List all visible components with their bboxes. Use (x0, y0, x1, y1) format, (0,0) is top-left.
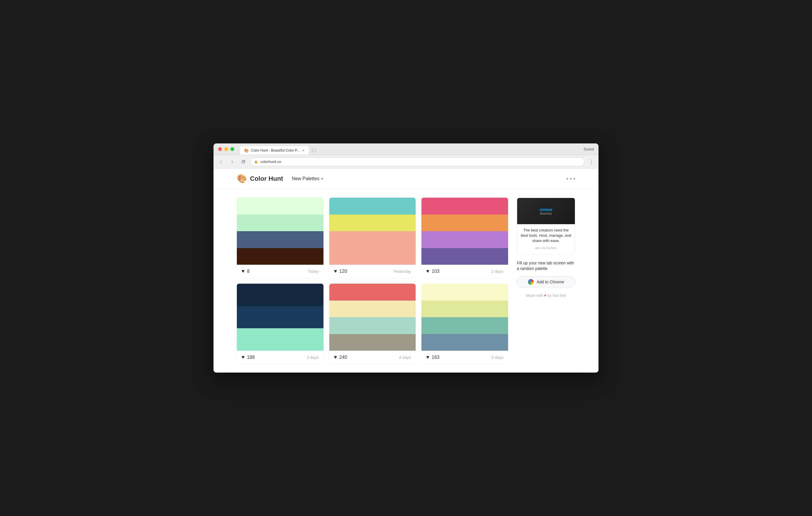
minimize-button[interactable] (224, 147, 228, 151)
address-input[interactable]: 🔒 colorhunt.co (250, 157, 584, 166)
ad-card: vimeo Business The best creators need th… (517, 198, 575, 254)
palette-colors-1 (237, 198, 323, 265)
active-tab[interactable]: 🎨 Color Hunt - Beautiful Color P... × (240, 146, 309, 155)
browser-menu-button[interactable]: ⋮ (587, 157, 595, 166)
likes-count-5: 240 (339, 355, 347, 360)
likes-count-4: 188 (247, 355, 255, 360)
swatch-2-4 (329, 248, 416, 265)
swatch-6-4 (422, 334, 508, 351)
likes-4: ♥ 188 (241, 354, 255, 360)
palette-colors-6 (422, 284, 508, 351)
back-button[interactable] (217, 158, 225, 166)
palette-card-3[interactable]: ♥ 103 2 days (422, 198, 508, 278)
heart-icon-2: ♥ (334, 268, 337, 274)
palette-footer-5: ♥ 240 4 days (329, 351, 416, 364)
heart-icon-footer: ♥ (544, 293, 547, 298)
made-with: Made with ♥ by Gal Shir (517, 293, 575, 298)
chrome-promo-text: Fill up your new tab screen with a rando… (517, 260, 575, 272)
site-logo[interactable]: 🎨 Color Hunt (237, 174, 283, 183)
palette-footer-1: ♥ 8 Today (237, 265, 323, 278)
svg-rect-0 (312, 149, 316, 152)
site-header: 🎨 Color Hunt New Palettes ▾ (213, 169, 599, 189)
add-to-chrome-label: Add to Chrome (536, 280, 564, 284)
time-ago-4: 3 days (307, 355, 319, 360)
swatch-3-3 (422, 231, 508, 248)
swatch-2-3 (329, 231, 416, 248)
time-ago-6: 5 days (491, 355, 503, 360)
forward-button[interactable] (228, 158, 236, 166)
heart-icon-6: ♥ (426, 354, 429, 360)
swatch-5-3 (329, 317, 416, 334)
dot-1 (567, 178, 568, 180)
swatch-4-4 (237, 340, 323, 351)
filter-button[interactable]: New Palettes ▾ (289, 174, 326, 183)
tab-area: 🎨 Color Hunt - Beautiful Color P... × (240, 144, 318, 155)
likes-1: ♥ 8 (241, 268, 250, 274)
swatch-2-2 (329, 215, 416, 232)
likes-2: ♥ 120 (334, 268, 347, 274)
palette-card-6[interactable]: ♥ 163 5 days (422, 284, 508, 364)
chevron-down-icon: ▾ (321, 176, 323, 181)
swatch-1-3 (237, 231, 323, 248)
palette-colors-4 (237, 284, 323, 351)
reload-button[interactable] (239, 158, 247, 166)
heart-icon-1: ♥ (241, 268, 245, 274)
palettes-grid: ♥ 8 Today (237, 198, 508, 364)
palette-card-1[interactable]: ♥ 8 Today (237, 198, 323, 278)
site-name: Color Hunt (250, 175, 283, 182)
made-with-text: Made with (526, 293, 543, 298)
swatch-4-2 (237, 306, 323, 329)
vimeo-business-label: Business (540, 212, 552, 215)
likes-3: ♥ 103 (426, 268, 439, 274)
likes-count-2: 120 (339, 269, 347, 274)
chrome-promo: Fill up your new tab screen with a rando… (517, 260, 575, 287)
palette-card-5[interactable]: ♥ 240 4 days (329, 284, 416, 364)
palette-footer-4: ♥ 188 3 days (237, 351, 323, 364)
ad-image-inner: vimeo Business (517, 198, 575, 224)
tab-close-icon[interactable]: × (302, 148, 304, 153)
heart-icon-4: ♥ (241, 354, 245, 360)
swatch-5-4 (329, 334, 416, 351)
likes-5: ♥ 240 (334, 354, 347, 360)
maximize-button[interactable] (230, 147, 234, 151)
dot-2 (570, 178, 572, 180)
add-to-chrome-button[interactable]: Add to Chrome (517, 276, 575, 287)
title-bar: 🎨 Color Hunt - Beautiful Color P... × Gu… (213, 144, 599, 155)
ad-image: vimeo Business (517, 198, 575, 224)
ad-body: The best creators need the best tools. H… (517, 224, 575, 254)
swatch-6-1 (422, 284, 508, 301)
swatch-6-3 (422, 317, 508, 334)
chrome-icon (528, 279, 534, 285)
palette-footer-2: ♥ 120 Yesterday (329, 265, 416, 278)
url-text: colorhunt.co (260, 159, 581, 164)
swatch-3-1 (422, 198, 508, 215)
filter-label: New Palettes (292, 176, 319, 181)
time-ago-3: 2 days (491, 269, 503, 274)
logo-icon: 🎨 (237, 174, 247, 183)
palette-footer-3: ♥ 103 2 days (422, 265, 508, 278)
swatch-2-1 (329, 198, 416, 215)
close-button[interactable] (218, 147, 222, 151)
dot-3 (573, 178, 575, 180)
likes-count-1: 8 (247, 269, 250, 274)
palette-card-4[interactable]: ♥ 188 3 days (237, 284, 323, 364)
swatch-1-2 (237, 215, 323, 232)
ad-title: The best creators need the best tools. H… (521, 228, 571, 244)
time-ago-5: 4 days (399, 355, 411, 360)
tab-favicon: 🎨 (244, 148, 249, 153)
swatch-3-2 (422, 215, 508, 232)
swatch-5-2 (329, 301, 416, 317)
swatch-5-1 (329, 284, 416, 301)
swatch-3-4 (422, 248, 508, 265)
new-tab-button[interactable] (310, 147, 318, 155)
time-ago-2: Yesterday (393, 269, 411, 274)
guest-label: Guest (584, 147, 594, 151)
heart-icon-5: ♥ (334, 354, 337, 360)
sidebar: vimeo Business The best creators need th… (517, 198, 575, 364)
swatch-1-1 (237, 198, 323, 215)
palette-footer-6: ♥ 163 5 days (422, 351, 508, 364)
heart-icon-3: ♥ (426, 268, 429, 274)
palette-card-2[interactable]: ♥ 120 Yesterday (329, 198, 416, 278)
more-options-button[interactable] (567, 178, 575, 180)
swatch-4-3 (237, 328, 323, 339)
